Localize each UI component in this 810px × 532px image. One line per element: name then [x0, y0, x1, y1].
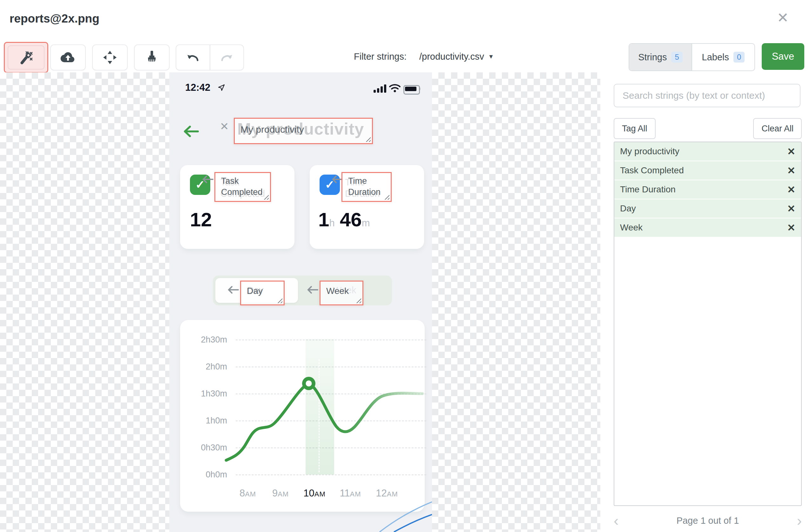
- pagination-label: Page 1 out of 1: [618, 515, 797, 526]
- wifi-icon: [389, 84, 401, 93]
- line-chart-curve: [180, 320, 425, 512]
- string-remove-icon[interactable]: ✕: [787, 165, 795, 177]
- annotation-arrow-icon: [202, 175, 213, 183]
- resize-handle[interactable]: [384, 195, 389, 200]
- annotation-box-card2[interactable]: Time Duration: [341, 172, 392, 202]
- brush-icon: [146, 50, 158, 65]
- resize-handle[interactable]: [277, 298, 282, 303]
- tab-strings-label: Strings: [638, 52, 667, 63]
- search-input[interactable]: [614, 84, 800, 107]
- productivity-chart: 2h30m2h0m1h30m1h0m0h30m0h0m: [180, 320, 425, 512]
- save-button[interactable]: Save: [762, 43, 804, 70]
- header-bar: reports@2x.png ✕: [0, 0, 810, 41]
- tasks-completed-value: 12: [190, 208, 212, 231]
- annotation-box-day[interactable]: Day: [240, 281, 285, 305]
- annotation-card2-text: Time Duration: [348, 176, 384, 198]
- labels-count-badge: 0: [733, 52, 745, 63]
- string-remove-icon[interactable]: ✕: [787, 203, 795, 215]
- annotation-remove-icon[interactable]: ✕: [220, 120, 229, 133]
- string-remove-icon[interactable]: ✕: [787, 222, 795, 234]
- redo-icon: [220, 53, 233, 62]
- resize-handle[interactable]: [356, 298, 361, 303]
- strings-sidebar: Tag All Clear All My productivity✕Task C…: [600, 72, 810, 532]
- strings-labels-tabs: Strings 5 Labels 0: [629, 43, 755, 71]
- battery-tip: [419, 87, 420, 90]
- hours-value: 1: [318, 208, 329, 231]
- clear-all-button[interactable]: Clear All: [753, 118, 802, 139]
- close-icon[interactable]: ✕: [777, 10, 789, 26]
- string-row[interactable]: Week✕: [614, 218, 801, 237]
- brush-tool-button[interactable]: [134, 45, 169, 70]
- string-row-label: Task Completed: [620, 165, 684, 176]
- annotation-card1-text: Task Completed: [221, 176, 262, 198]
- filter-file-dropdown[interactable]: /productivity.csv ▾: [419, 51, 493, 62]
- tab-strings[interactable]: Strings 5: [629, 44, 692, 70]
- minutes-unit: m: [362, 217, 370, 229]
- annotation-box-title[interactable]: My productivity: [234, 118, 373, 144]
- file-title: reports@2x.png: [10, 12, 99, 26]
- back-arrow-icon: [183, 125, 199, 138]
- chart-x-tick: 9AM: [272, 487, 289, 499]
- minutes-value: 46: [340, 208, 362, 231]
- time-duration-value: 1 h 46 m: [318, 208, 370, 231]
- upload-button[interactable]: [50, 45, 86, 70]
- annotation-day-text: Day: [247, 285, 263, 297]
- string-row[interactable]: Day✕: [614, 199, 801, 218]
- auto-tag-tool-button-active[interactable]: [4, 42, 48, 73]
- annotation-arrow-icon: [227, 286, 239, 294]
- string-row-label: Time Duration: [620, 184, 676, 195]
- string-row-label: Week: [620, 222, 643, 233]
- strings-list: My productivity✕Task Completed✕Time Dura…: [614, 142, 802, 506]
- status-time: 12:42: [185, 82, 210, 93]
- strings-count-badge: 5: [671, 52, 682, 63]
- cloud-upload-icon: [60, 52, 76, 63]
- annotation-box-week[interactable]: Week: [320, 281, 363, 305]
- tab-labels-label: Labels: [702, 52, 729, 63]
- resize-handle[interactable]: [366, 137, 371, 142]
- chevron-right-icon[interactable]: ›: [797, 514, 802, 527]
- tag-all-button[interactable]: Tag All: [614, 118, 655, 139]
- annotation-box-card1[interactable]: Task Completed: [214, 172, 271, 202]
- signal-bars-icon: [374, 84, 386, 93]
- annotation-arrow-icon: [307, 286, 318, 294]
- decorative-wave-lines: [362, 500, 432, 532]
- chevron-down-icon: ▾: [489, 52, 493, 61]
- string-row-label: Day: [620, 203, 636, 214]
- chart-x-tick: 11AM: [340, 487, 361, 499]
- filter-strings-row: Filter strings: /productivity.csv ▾: [354, 40, 493, 72]
- chart-x-tick: 10AM: [303, 487, 325, 499]
- tab-labels[interactable]: Labels 0: [692, 44, 755, 70]
- annotation-title-text: My productivity: [241, 124, 304, 135]
- undo-button[interactable]: [176, 45, 210, 70]
- move-icon: [103, 50, 117, 64]
- magic-wand-icon: [7, 45, 45, 69]
- resize-handle[interactable]: [264, 195, 269, 200]
- filter-file-value: /productivity.csv: [419, 51, 484, 62]
- string-remove-icon[interactable]: ✕: [787, 146, 795, 157]
- pagination: ‹ Page 1 out of 1 ›: [614, 514, 802, 527]
- move-tool-button[interactable]: [92, 45, 128, 70]
- filter-strings-label: Filter strings:: [354, 51, 407, 62]
- string-row[interactable]: Task Completed✕: [614, 161, 801, 180]
- annotation-week-text: Week: [326, 285, 349, 297]
- toolbar: Filter strings: /productivity.csv ▾ Stri…: [0, 40, 810, 73]
- undo-icon: [186, 53, 199, 62]
- redo-button[interactable]: [210, 45, 244, 70]
- string-row-label: My productivity: [620, 146, 679, 156]
- chevron-left-icon[interactable]: ‹: [614, 514, 618, 527]
- annotation-canvas[interactable]: 12:42 My productivi: [0, 72, 600, 532]
- undo-redo-group: [176, 45, 244, 70]
- location-arrow-icon: [217, 84, 225, 92]
- string-tagging-editor: reports@2x.png ✕: [0, 0, 810, 532]
- battery-icon: [403, 85, 420, 95]
- string-row[interactable]: My productivity✕: [614, 142, 801, 161]
- chart-x-tick: 12AM: [376, 487, 398, 499]
- string-remove-icon[interactable]: ✕: [787, 184, 795, 196]
- string-row[interactable]: Time Duration✕: [614, 180, 801, 199]
- chart-x-tick: 8AM: [240, 487, 256, 499]
- hours-unit: h: [329, 217, 335, 229]
